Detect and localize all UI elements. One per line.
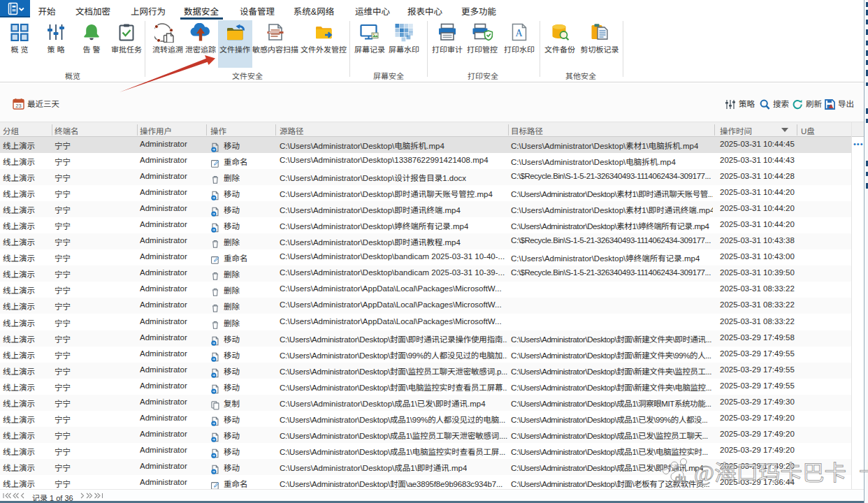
svg-text:A: A: [515, 28, 523, 38]
svg-text:卡: 卡: [859, 455, 868, 487]
svg-text:@海口玛卡巴卡: @海口玛卡巴卡: [694, 455, 846, 487]
svg-text:23: 23: [15, 103, 21, 109]
svg-text:du: du: [675, 473, 686, 484]
